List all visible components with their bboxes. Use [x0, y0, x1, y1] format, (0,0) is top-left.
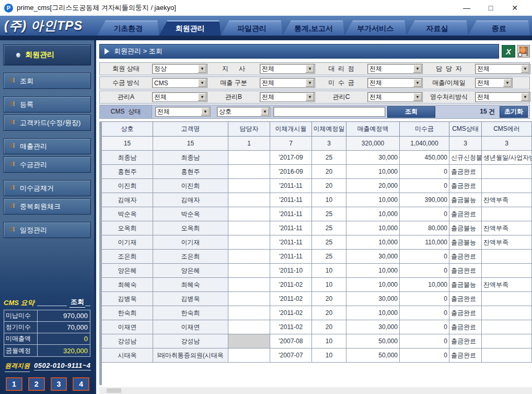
remote-button-3[interactable]: 3	[51, 377, 67, 391]
sidebar-item-receivable-remove[interactable]: 미수금제거	[3, 180, 91, 196]
table-cell[interactable]: 10,000	[400, 278, 449, 292]
table-cell[interactable]	[482, 165, 532, 179]
sidebar-item-collection-mgmt[interactable]: 수금관리	[3, 156, 91, 173]
table-cell[interactable]: '2011-02	[270, 278, 312, 292]
table-cell[interactable]	[228, 264, 270, 278]
table-cell[interactable]: 10	[312, 264, 346, 278]
chevron-down-icon[interactable]: ▼	[198, 93, 206, 101]
table-row[interactable]: 양은혜양은혜'2011-101010,0000출금완료	[102, 264, 532, 278]
table-row[interactable]: 최혜숙최혜숙'2011-021010,00010,000출금불능잔액부족	[102, 278, 532, 292]
table-cell[interactable]	[482, 250, 532, 264]
filter-dropdown[interactable]: 전체▼	[152, 92, 207, 102]
filter-dropdown[interactable]: 전체▼	[260, 92, 315, 102]
table-cell[interactable]: 생년월일/사업자번	[482, 151, 532, 165]
table-cell[interactable]: '2011-11	[270, 221, 312, 235]
reset-button[interactable]: 초기화	[500, 106, 528, 118]
table-cell[interactable]	[228, 235, 270, 250]
table-cell[interactable]	[482, 179, 532, 193]
table-cell[interactable]	[228, 221, 270, 235]
table-cell[interactable]: 한숙희	[153, 306, 228, 320]
chevron-down-icon[interactable]: ▼	[306, 65, 314, 73]
table-cell[interactable]: 이재연	[153, 320, 228, 334]
table-cell[interactable]	[482, 320, 532, 334]
table-cell[interactable]: 출금완료	[449, 264, 482, 278]
table-cell[interactable]: 김애자	[153, 193, 228, 207]
table-cell[interactable]: '2011-02	[270, 306, 312, 320]
table-cell[interactable]: 오옥희	[153, 221, 228, 235]
table-cell[interactable]: 10	[312, 193, 346, 207]
table-cell[interactable]: 출금완료	[449, 207, 482, 221]
table-cell[interactable]: 20	[312, 320, 346, 334]
table-cell[interactable]: 박순옥	[102, 207, 153, 221]
table-cell[interactable]: 강성남	[102, 334, 153, 348]
table-cell[interactable]: 잔액부족	[482, 278, 532, 292]
table-row[interactable]: 박순옥박순옥'2011-112510,0000출금완료	[102, 207, 532, 221]
table-cell[interactable]	[228, 348, 270, 363]
table-cell[interactable]: 10,000	[346, 207, 400, 221]
chevron-down-icon[interactable]: ▼	[413, 65, 422, 73]
table-cell[interactable]	[228, 151, 270, 165]
table-cell[interactable]: '2007-08	[270, 334, 312, 348]
filter-dropdown[interactable]: 전체▼	[367, 64, 423, 74]
table-cell[interactable]: 잔액부족	[482, 193, 532, 207]
table-cell[interactable]: 조은희	[102, 250, 153, 264]
table-cell[interactable]	[228, 207, 270, 221]
filter-dropdown[interactable]: 전체▼	[475, 78, 513, 88]
table-cell[interactable]	[482, 292, 532, 306]
table-cell[interactable]: 출금불능	[449, 278, 482, 292]
table-cell[interactable]: 20	[312, 292, 346, 306]
remote-button-2[interactable]: 2	[28, 377, 45, 391]
chevron-down-icon[interactable]: ▼	[521, 65, 529, 73]
keyword-input[interactable]	[273, 107, 385, 117]
chevron-down-icon[interactable]: ▼	[198, 65, 206, 73]
minimize-button[interactable]: —	[455, 1, 479, 15]
table-cell[interactable]: 30,000	[346, 151, 400, 165]
table-cell[interactable]: 박순옥	[153, 207, 228, 221]
filter-dropdown[interactable]: 전체▼	[260, 78, 315, 88]
filter-dropdown[interactable]: 전체▼	[260, 64, 315, 74]
table-cell[interactable]	[228, 179, 270, 193]
filter-dropdown[interactable]: 전체▼	[475, 64, 530, 74]
table-cell[interactable]: 이진희	[102, 179, 153, 193]
filter-dropdown[interactable]: 정상▼	[152, 64, 207, 74]
table-cell[interactable]: 홍현주	[102, 165, 153, 179]
table-cell[interactable]: '2017-09	[270, 151, 312, 165]
table-cell[interactable]: '2011-10	[270, 264, 312, 278]
table-cell[interactable]: 10,000	[346, 193, 400, 207]
table-cell[interactable]: 0	[400, 179, 449, 193]
table-row[interactable]: 시태옥l래마취통증의원(시태옥'2007-071050,0000출금완료	[102, 348, 532, 363]
chevron-down-icon[interactable]: ▼	[521, 93, 529, 101]
table-cell[interactable]	[228, 165, 270, 179]
table-row[interactable]: 강성남강성남'2007-081050,0000출금완료	[102, 334, 532, 348]
filter-dropdown[interactable]: 전체▼	[367, 92, 423, 102]
table-cell[interactable]: 10	[312, 334, 346, 348]
table-cell[interactable]: 10,000	[346, 306, 400, 320]
remote-button-4[interactable]: 4	[73, 377, 89, 391]
table-row[interactable]: 조은희조은희'2011-112530,0000출금완료	[102, 250, 532, 264]
table-cell[interactable]	[228, 250, 270, 264]
table-cell[interactable]: 최혜숙	[102, 278, 153, 292]
search-button[interactable]: 조회	[387, 106, 435, 118]
table-cell[interactable]: 0	[400, 165, 449, 179]
table-cell[interactable]: 0	[400, 320, 449, 334]
table-cell[interactable]: '2007-07	[270, 348, 312, 363]
table-cell[interactable]: 10,000	[346, 278, 400, 292]
table-cell[interactable]	[228, 334, 270, 348]
tab-archive[interactable]: 자료실	[406, 20, 468, 36]
tab-extra-service[interactable]: 부가서비스	[344, 20, 406, 36]
table-cell[interactable]: 출금불능	[449, 193, 482, 207]
table-cell[interactable]: 0	[400, 292, 449, 306]
table-cell[interactable]: 조은희	[153, 250, 228, 264]
table-cell[interactable]: 이진희	[153, 179, 228, 193]
chevron-down-icon[interactable]: ▼	[306, 79, 314, 87]
table-cell[interactable]	[228, 306, 270, 320]
table-row[interactable]: 김병욱김병욱'2011-022030,0000출금완료	[102, 292, 532, 306]
table-cell[interactable]: 김병욱	[102, 292, 153, 306]
table-cell[interactable]: 390,000	[400, 193, 449, 207]
table-cell[interactable]: 신규신청불	[449, 151, 482, 165]
chevron-down-icon[interactable]: ▼	[261, 108, 269, 116]
chevron-down-icon[interactable]: ▼	[198, 79, 206, 87]
table-cell[interactable]: 출금완료	[449, 320, 482, 334]
table-cell[interactable]: 50,000	[346, 348, 400, 363]
table-cell[interactable]	[482, 348, 532, 363]
